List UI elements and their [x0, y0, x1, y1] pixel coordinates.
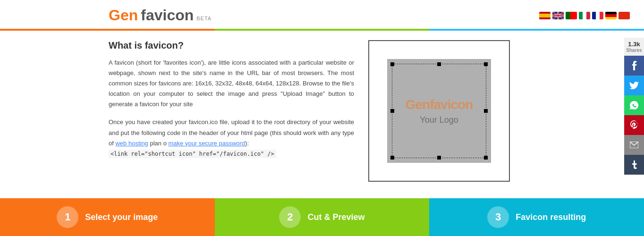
crop-handle-middle-right[interactable]	[484, 109, 488, 113]
plan-text: plan o	[150, 140, 166, 147]
flag-zh[interactable]	[619, 12, 630, 19]
crop-handle-bottom-right[interactable]	[484, 156, 488, 160]
section-title: What is favicon?	[109, 40, 354, 51]
logo-favicon-text: favicon	[141, 7, 194, 24]
language-selector	[539, 12, 630, 19]
flag-en[interactable]	[552, 12, 564, 19]
shares-label: Shares	[626, 48, 642, 53]
pinterest-share-button[interactable]	[624, 115, 644, 135]
flag-it[interactable]	[579, 12, 590, 19]
crop-overlay[interactable]	[392, 64, 486, 158]
flag-de[interactable]	[605, 12, 617, 19]
preview-box: Genfavicon Your Logo	[368, 40, 510, 182]
tumblr-share-button[interactable]	[624, 155, 644, 175]
flag-fr[interactable]	[592, 12, 603, 19]
whatsapp-share-button[interactable]	[624, 95, 644, 115]
web-hosting-link[interactable]: web hosting	[115, 140, 148, 147]
flag-pt[interactable]	[566, 12, 577, 19]
header: Genfavicon BETA	[0, 0, 644, 24]
colon-text: ):	[245, 140, 249, 147]
social-sidebar: 1.3k Shares	[624, 38, 644, 175]
flag-es[interactable]	[539, 12, 551, 19]
logo-beta-badge: BETA	[196, 16, 212, 21]
crop-handle-bottom-left[interactable]	[390, 156, 394, 160]
secure-password-link[interactable]: make your secure password	[169, 140, 246, 147]
crop-handle-top-center[interactable]	[437, 62, 441, 66]
svg-rect-8	[552, 15, 564, 16]
facebook-share-button[interactable]	[624, 56, 644, 76]
email-share-button[interactable]	[624, 135, 644, 155]
description-1: A favicon (short for 'favorites icon'), …	[109, 58, 354, 110]
crop-handle-top-left[interactable]	[390, 62, 394, 66]
code-snippet: <link rel="shortcut icon" href="/favicon…	[109, 150, 276, 158]
description-2: Once you have created your favicon.ico f…	[109, 117, 354, 159]
crop-handle-bottom-center[interactable]	[437, 156, 441, 160]
twitter-share-button[interactable]	[624, 76, 644, 95]
content-left: What is favicon? A favicon (short for 'f…	[109, 40, 354, 182]
description-1-text: A favicon (short for 'favorites icon'), …	[109, 59, 354, 108]
social-share-count: 1.3k Shares	[624, 38, 644, 56]
crop-handle-middle-left[interactable]	[390, 109, 394, 113]
preview-inner: Genfavicon Your Logo	[387, 59, 491, 163]
crop-handle-top-right[interactable]	[484, 62, 488, 66]
logo-gen-text: Gen	[109, 7, 138, 24]
main-content: What is favicon? A favicon (short for 'f…	[0, 31, 644, 191]
logo[interactable]: Genfavicon BETA	[109, 7, 212, 24]
share-number: 1.3k	[626, 41, 642, 48]
